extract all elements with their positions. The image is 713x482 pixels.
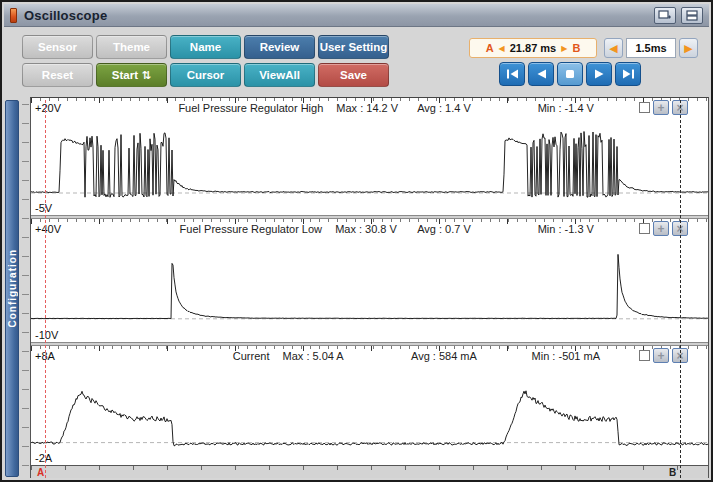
channel-expand-button[interactable]: + bbox=[653, 348, 669, 363]
configuration-tab-label: Configuration bbox=[7, 249, 18, 328]
cursor-a-marker[interactable]: A bbox=[37, 467, 44, 478]
skip-to-end-icon bbox=[622, 69, 635, 79]
start-button-label: Start bbox=[112, 69, 138, 81]
skip-to-start-button[interactable] bbox=[499, 62, 525, 86]
sensor-button[interactable]: Sensor bbox=[22, 35, 93, 59]
reset-button[interactable]: Reset bbox=[22, 63, 93, 87]
channel-expand-button[interactable]: + bbox=[653, 221, 669, 236]
cursor-a-label: A bbox=[486, 42, 494, 54]
viewall-button[interactable]: ViewAll bbox=[244, 63, 315, 87]
vertical-scale-ticks bbox=[19, 98, 30, 477]
cursor-a-left-arrow-icon[interactable]: ◀ bbox=[499, 44, 505, 53]
transport-controls bbox=[499, 62, 641, 86]
layout-icon[interactable] bbox=[681, 7, 703, 24]
ab-time-value: 21.87 ms bbox=[510, 42, 556, 54]
timebase-value[interactable]: 1.5ms bbox=[626, 38, 676, 58]
skip-to-start-icon bbox=[506, 69, 519, 79]
user-setting-button[interactable]: User Setting bbox=[318, 35, 389, 59]
waveform-plot[interactable] bbox=[31, 113, 708, 213]
title-bar: Oscilloscope bbox=[4, 4, 709, 27]
new-window-icon[interactable] bbox=[654, 7, 676, 24]
toolbar: Sensor Theme Name Review User Setting Re… bbox=[22, 35, 389, 87]
channel-panel-current: +8A Current Max : 5.04 A Avg : 584 mA Mi… bbox=[31, 346, 708, 465]
channel-checkbox[interactable] bbox=[639, 350, 650, 361]
app-icon bbox=[10, 8, 17, 23]
configuration-tab[interactable]: Configuration bbox=[5, 100, 19, 477]
scope-area: +20V Fuel Pressure Regulator High Max : … bbox=[30, 97, 709, 478]
channel-bottom-range-label: -5V bbox=[35, 202, 52, 214]
waveform-trace bbox=[31, 361, 708, 463]
channel-bottom-range-label: -10V bbox=[35, 329, 58, 341]
cursor-button[interactable]: Cursor bbox=[170, 63, 241, 87]
step-back-icon bbox=[536, 69, 547, 79]
review-button[interactable]: Review bbox=[244, 35, 315, 59]
waveform-trace bbox=[31, 113, 708, 213]
save-button[interactable]: Save bbox=[318, 63, 389, 87]
channel-checkbox[interactable] bbox=[639, 102, 650, 113]
skip-to-end-button[interactable] bbox=[615, 62, 641, 86]
step-forward-button[interactable] bbox=[586, 62, 612, 86]
timebase-increase-button[interactable]: ▶ bbox=[679, 38, 698, 58]
up-down-stepper-icon: ⇅ bbox=[142, 69, 151, 82]
step-back-button[interactable] bbox=[528, 62, 554, 86]
cursor-b-right-arrow-icon[interactable]: ▶ bbox=[561, 44, 567, 53]
waveform-trace bbox=[31, 234, 708, 340]
waveform-plot[interactable] bbox=[31, 234, 708, 340]
waveform-plot[interactable] bbox=[31, 361, 708, 463]
theme-button[interactable]: Theme bbox=[96, 35, 167, 59]
name-button[interactable]: Name bbox=[170, 35, 241, 59]
stop-button[interactable] bbox=[557, 62, 583, 86]
stop-icon bbox=[565, 69, 575, 79]
right-arrow-icon: ▶ bbox=[684, 42, 692, 55]
channel-panel-fuel-pressure-regulator-low: +40V Fuel Pressure Regulator Low Max : 3… bbox=[31, 219, 708, 342]
ab-time-readout: A ◀ 21.87 ms ▶ B bbox=[469, 38, 597, 58]
channel-bottom-range-label: -2A bbox=[35, 452, 52, 464]
timebase-decrease-button[interactable]: ◀ bbox=[604, 38, 623, 58]
cursor-b-label: B bbox=[572, 42, 580, 54]
channel-expand-button[interactable]: + bbox=[653, 100, 669, 115]
start-button[interactable]: Start ⇅ bbox=[96, 63, 167, 87]
cursor-b-line[interactable] bbox=[680, 100, 681, 478]
step-forward-icon bbox=[594, 69, 605, 79]
cursor-b-marker[interactable]: B bbox=[669, 467, 676, 478]
channel-panel-fuel-pressure-regulator-high: +20V Fuel Pressure Regulator High Max : … bbox=[31, 98, 708, 215]
window-title: Oscilloscope bbox=[24, 8, 107, 23]
left-arrow-icon: ◀ bbox=[609, 42, 617, 55]
oscilloscope-window: Oscilloscope Sensor Theme Name Review Us… bbox=[0, 0, 713, 482]
cursor-a-line[interactable] bbox=[45, 100, 46, 478]
channel-checkbox[interactable] bbox=[639, 223, 650, 234]
bottom-time-strip: A B bbox=[31, 465, 708, 478]
